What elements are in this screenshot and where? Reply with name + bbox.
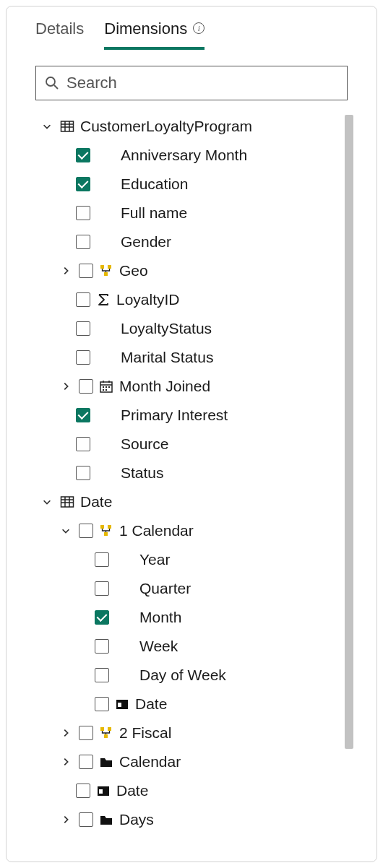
item-label: CustomerLoyaltyProgram: [80, 118, 252, 135]
chevron-right-icon[interactable]: [60, 756, 72, 768]
checkbox[interactable]: [76, 292, 90, 307]
tree-group[interactable]: CustomerLoyaltyProgram: [35, 112, 348, 141]
folder-icon: [99, 755, 113, 769]
item-label: Date: [116, 782, 148, 799]
item-label: Date: [135, 695, 167, 713]
date-icon: [115, 697, 129, 711]
hierarchy-icon: [99, 524, 113, 538]
item-label: Source: [121, 435, 169, 453]
item-label: Day of Week: [139, 667, 226, 684]
chevron-right-icon[interactable]: [60, 265, 72, 277]
tree-item[interactable]: Marital Status: [35, 343, 348, 372]
search-box[interactable]: [35, 66, 348, 100]
tree-item[interactable]: Month Joined: [35, 372, 348, 401]
tree-item[interactable]: 1 Calendar: [35, 516, 348, 545]
calendar-icon: [99, 379, 113, 394]
checkbox[interactable]: [76, 784, 90, 798]
checkbox[interactable]: [95, 668, 109, 682]
checkbox[interactable]: [95, 610, 109, 625]
checkbox[interactable]: [79, 524, 93, 538]
tree-item[interactable]: Year: [35, 545, 348, 574]
checkbox[interactable]: [76, 148, 90, 162]
tree-item[interactable]: Anniversary Month: [35, 141, 348, 170]
tree-item[interactable]: Gender: [35, 227, 348, 256]
checkbox[interactable]: [79, 264, 93, 278]
item-label: Anniversary Month: [121, 147, 247, 164]
tab-details[interactable]: Details: [35, 19, 84, 50]
checkbox[interactable]: [76, 437, 90, 451]
tree-item[interactable]: Geo: [35, 256, 348, 285]
chevron-right-icon[interactable]: [60, 727, 72, 739]
tree-item[interactable]: Quarter: [35, 574, 348, 603]
tree-item[interactable]: Day of Week: [35, 661, 348, 690]
item-label: LoyaltyID: [116, 291, 180, 308]
item-label: Calendar: [119, 753, 181, 771]
item-label: Gender: [121, 233, 171, 251]
tree-item[interactable]: Education: [35, 170, 348, 199]
tree-group[interactable]: Date: [35, 487, 348, 516]
checkbox[interactable]: [95, 552, 109, 567]
item-label: 1 Calendar: [119, 522, 194, 539]
item-label: Primary Interest: [121, 407, 228, 424]
checkbox[interactable]: [76, 466, 90, 480]
tree-item[interactable]: Week: [35, 632, 348, 661]
chevron-down-icon[interactable]: [60, 525, 72, 537]
checkbox[interactable]: [76, 177, 90, 191]
item-label: Month Joined: [119, 378, 210, 395]
item-label: Week: [139, 638, 178, 655]
svg-line-1: [54, 85, 58, 89]
item-label: Marital Status: [121, 349, 213, 366]
item-label: Full name: [121, 204, 187, 222]
checkbox[interactable]: [76, 321, 90, 336]
search-input[interactable]: [65, 73, 338, 93]
checkbox[interactable]: [79, 726, 93, 740]
item-label: 2 Fiscal: [119, 724, 171, 742]
tree-item[interactable]: Date: [35, 690, 348, 719]
item-label: Education: [121, 175, 188, 193]
item-label: Status: [121, 464, 164, 482]
chevron-right-icon[interactable]: [60, 381, 72, 392]
checkbox[interactable]: [76, 408, 90, 422]
checkbox[interactable]: [95, 581, 109, 596]
tree-item[interactable]: Primary Interest: [35, 401, 348, 430]
chevron-down-icon[interactable]: [41, 121, 53, 132]
date-icon: [96, 784, 111, 798]
tree-item[interactable]: Date: [35, 776, 348, 805]
item-label: Month: [139, 609, 181, 626]
checkbox[interactable]: [79, 812, 93, 827]
tree-item[interactable]: Full name: [35, 199, 348, 227]
tree-item[interactable]: Calendar: [35, 747, 348, 776]
search-wrap: [7, 50, 376, 108]
checkbox[interactable]: [79, 379, 93, 394]
item-label: LoyaltyStatus: [121, 320, 212, 337]
checkbox[interactable]: [95, 697, 109, 711]
tree-item[interactable]: Days: [35, 805, 348, 834]
chevron-right-icon[interactable]: [60, 814, 72, 825]
tree-item[interactable]: LoyaltyID: [35, 285, 348, 314]
tree-item[interactable]: LoyaltyStatus: [35, 314, 348, 343]
checkbox[interactable]: [95, 639, 109, 654]
item-label: Year: [139, 551, 170, 568]
tab-dimensions[interactable]: Dimensions i: [104, 19, 205, 50]
tab-details-label: Details: [35, 19, 84, 38]
checkbox[interactable]: [76, 206, 90, 220]
checkbox[interactable]: [76, 350, 90, 365]
item-label: Geo: [119, 262, 148, 279]
hierarchy-icon: [99, 726, 113, 740]
tree-item[interactable]: 2 Fiscal: [35, 719, 348, 747]
chevron-down-icon[interactable]: [41, 496, 53, 508]
tab-bar: Details Dimensions i: [7, 6, 376, 50]
tree-item[interactable]: Status: [35, 459, 348, 487]
checkbox[interactable]: [76, 235, 90, 249]
search-icon: [45, 76, 59, 90]
folder-icon: [99, 812, 113, 827]
tree-scroll-viewport: CustomerLoyaltyProgramAnniversary MonthE…: [7, 108, 376, 862]
tree-item[interactable]: Month: [35, 603, 348, 632]
dimensions-tree: CustomerLoyaltyProgramAnniversary MonthE…: [35, 112, 348, 834]
info-icon[interactable]: i: [193, 22, 205, 34]
checkbox[interactable]: [79, 755, 93, 769]
svg-point-0: [46, 77, 55, 86]
hierarchy-icon: [99, 264, 113, 278]
tree-item[interactable]: Source: [35, 430, 348, 459]
scrollbar-thumb[interactable]: [345, 115, 353, 749]
